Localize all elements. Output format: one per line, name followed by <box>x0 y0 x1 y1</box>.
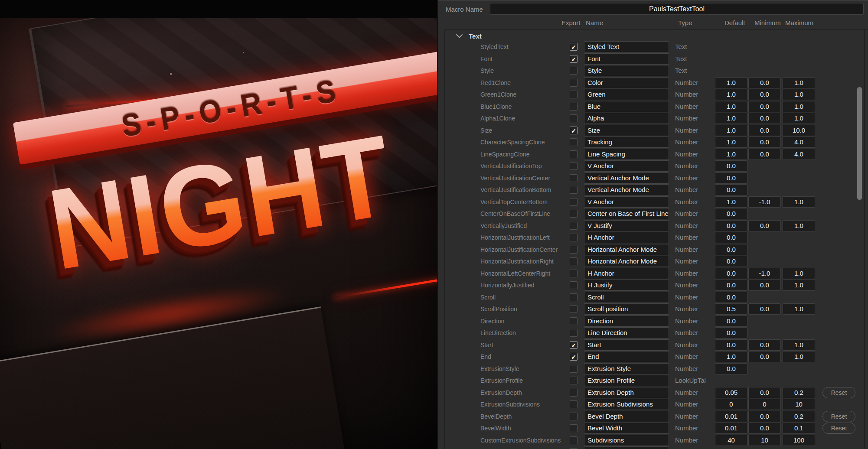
export-checkbox[interactable] <box>570 413 578 420</box>
export-checkbox[interactable] <box>570 210 578 218</box>
maximum-input[interactable]: 10 <box>783 399 815 410</box>
name-input[interactable]: H Justify <box>584 280 669 291</box>
name-input[interactable]: V Justify <box>584 220 669 231</box>
minimum-input[interactable]: 0.0 <box>748 220 781 231</box>
export-checkbox[interactable] <box>570 400 578 408</box>
maximum-input[interactable]: 4.0 <box>783 137 815 148</box>
export-checkbox[interactable] <box>570 103 578 111</box>
maximum-input[interactable]: 4.0 <box>783 149 815 160</box>
default-input[interactable]: 0.01 <box>715 423 747 434</box>
maximum-input[interactable]: 1.0 <box>783 303 815 315</box>
name-input[interactable]: Extrusion Style <box>584 363 669 374</box>
export-checkbox[interactable] <box>570 436 578 444</box>
maximum-input[interactable]: 0.2 <box>783 411 815 422</box>
minimum-input[interactable]: 0.0 <box>748 77 781 88</box>
export-checkbox[interactable] <box>570 79 578 87</box>
default-input[interactable]: 0.5 <box>715 303 747 315</box>
default-input[interactable]: 0.0 <box>715 280 747 291</box>
maximum-input[interactable]: 1.0 <box>783 220 815 231</box>
export-checkbox[interactable] <box>570 222 578 230</box>
minimum-input[interactable]: 0 <box>748 399 781 410</box>
scrollbar-thumb[interactable] <box>857 87 862 200</box>
name-input[interactable]: Color <box>584 77 669 88</box>
name-input[interactable]: Blue <box>584 101 669 112</box>
maximum-input[interactable]: 1.0 <box>783 280 815 291</box>
default-input[interactable]: 1.0 <box>715 351 747 362</box>
minimum-input[interactable]: 0.0 <box>748 351 781 362</box>
name-input[interactable]: Direction <box>584 316 669 327</box>
default-input[interactable]: 0.0 <box>715 268 747 279</box>
export-checkbox[interactable] <box>570 186 578 194</box>
minimum-input[interactable]: 0.0 <box>748 339 781 351</box>
minimum-input[interactable]: -1.0 <box>748 196 781 208</box>
export-checkbox[interactable]: ✓ <box>570 127 578 134</box>
name-input[interactable]: End <box>584 351 669 362</box>
name-input[interactable]: Font <box>584 53 669 65</box>
name-input[interactable]: H Anchor <box>584 232 669 243</box>
maximum-input[interactable]: 1.0 <box>783 351 815 362</box>
default-input[interactable]: 40 <box>715 435 747 446</box>
minimum-input[interactable]: 0.0 <box>748 125 781 136</box>
default-input[interactable]: 1.0 <box>715 149 747 160</box>
maximum-input[interactable]: 1.0 <box>783 339 815 351</box>
name-input[interactable] <box>584 446 669 449</box>
export-checkbox[interactable] <box>570 293 578 301</box>
default-input[interactable]: 0.0 <box>715 220 747 231</box>
name-input[interactable]: V Anchor <box>584 160 669 172</box>
export-checkbox[interactable] <box>570 365 578 373</box>
default-input[interactable]: 0.0 <box>715 208 747 219</box>
name-input[interactable]: Bevel Depth <box>584 411 669 422</box>
default-input[interactable]: 1.0 <box>715 77 747 88</box>
name-input[interactable]: Green <box>584 89 669 100</box>
export-checkbox[interactable]: ✓ <box>570 55 578 63</box>
default-input[interactable]: 0.0 <box>715 339 747 351</box>
maximum-input[interactable]: 1.0 <box>783 196 815 208</box>
name-input[interactable]: Horizontal Anchor Mode <box>584 244 669 255</box>
export-checkbox[interactable]: ✓ <box>570 43 578 51</box>
export-checkbox[interactable] <box>570 329 578 337</box>
default-input[interactable]: 0.0 <box>715 232 747 243</box>
default-input[interactable]: 1.0 <box>715 137 747 148</box>
export-checkbox[interactable] <box>570 281 578 289</box>
maximum-input[interactable]: 10.0 <box>783 125 815 136</box>
name-input[interactable]: Alpha <box>584 113 669 124</box>
maximum-input[interactable]: 1.0 <box>783 268 815 279</box>
default-input[interactable]: 1.0 <box>715 113 747 124</box>
name-input[interactable]: Scroll position <box>584 303 669 315</box>
name-input[interactable]: Bevel Width <box>584 423 669 434</box>
default-input[interactable]: 0.0 <box>715 172 747 184</box>
export-checkbox[interactable]: ✓ <box>570 353 578 361</box>
default-input[interactable]: 1.0 <box>715 89 747 100</box>
name-input[interactable]: Vertical Anchor Mode <box>584 184 669 195</box>
maximum-input[interactable]: 1.0 <box>783 77 815 88</box>
minimum-input[interactable]: 0.0 <box>748 89 781 100</box>
minimum-input[interactable]: 10 <box>748 435 781 446</box>
minimum-input[interactable]: 0.0 <box>748 149 781 160</box>
minimum-input[interactable]: 0.0 <box>748 280 781 291</box>
name-input[interactable]: V Anchor <box>584 196 669 208</box>
default-input[interactable]: 0.0 <box>715 184 747 195</box>
export-checkbox[interactable] <box>570 246 578 254</box>
export-checkbox[interactable] <box>570 305 578 313</box>
default-input[interactable]: 0.0 <box>715 292 747 303</box>
name-input[interactable]: Styled Text <box>584 41 669 52</box>
default-input[interactable]: 0 <box>715 399 747 410</box>
export-checkbox[interactable] <box>570 234 578 241</box>
export-checkbox[interactable] <box>570 174 578 182</box>
export-checkbox[interactable] <box>570 377 578 384</box>
maximum-input[interactable]: 1.0 <box>783 113 815 124</box>
default-input[interactable]: 0.0 <box>715 244 747 255</box>
export-checkbox[interactable] <box>570 67 578 75</box>
export-checkbox[interactable]: ✓ <box>570 341 578 349</box>
name-input[interactable]: Tracking <box>584 137 669 148</box>
name-input[interactable]: Extrusion Profile <box>584 375 669 386</box>
minimum-input[interactable]: 0.0 <box>748 101 781 112</box>
maximum-input[interactable]: 0.2 <box>783 387 815 398</box>
name-input[interactable]: Scroll <box>584 292 669 303</box>
minimum-input[interactable]: 0.0 <box>748 423 781 434</box>
name-input[interactable]: Size <box>584 125 669 136</box>
name-input[interactable]: Subdivisions <box>584 435 669 446</box>
minimum-input[interactable]: 0.0 <box>748 303 781 315</box>
export-checkbox[interactable] <box>570 162 578 170</box>
name-input[interactable]: Extrusion Depth <box>584 387 669 398</box>
